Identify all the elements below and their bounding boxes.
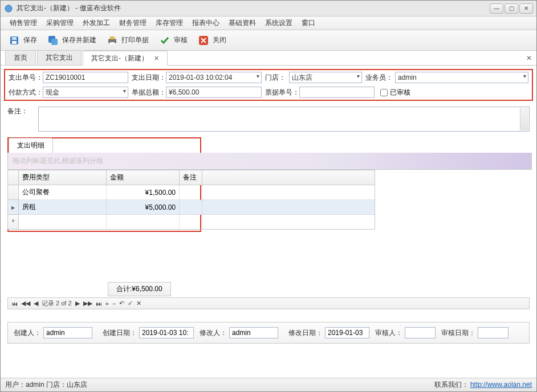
tab-home[interactable]: 首页: [5, 50, 36, 65]
toolbar: 保存 保存并新建 打印单据 审核 关闭: [1, 30, 536, 51]
creator-value: admin: [43, 327, 92, 338]
status-contact-label: 联系我们：: [434, 381, 469, 389]
close-button[interactable]: 关闭: [198, 35, 226, 46]
tab-other-expense[interactable]: 其它支出: [37, 50, 82, 65]
svg-point-0: [5, 5, 12, 12]
close-window-button[interactable]: ✕: [519, 3, 533, 14]
remarks-input[interactable]: [38, 107, 530, 132]
tab-other-expense-new[interactable]: 其它支出-（新建） ✕: [83, 51, 168, 66]
table-row[interactable]: 公司聚餐 ¥1,500.00: [8, 185, 375, 200]
window-title: 其它支出-（新建） - 傲蓝布业软件: [17, 3, 121, 13]
close-label: 关闭: [213, 35, 226, 45]
auditor-value: [405, 327, 436, 338]
svg-rect-2: [12, 37, 17, 40]
table-row[interactable]: ▸ 房租 ¥5,000.00: [8, 200, 375, 215]
label-modified: 修改日期：: [288, 328, 323, 338]
window-controls: — ▢ ✕: [490, 3, 533, 14]
label-receipt-no: 票据单号：: [265, 88, 299, 97]
menu-sales[interactable]: 销售管理: [6, 17, 40, 29]
detail-grid[interactable]: 费用类型 金额 备注 公司聚餐 ¥1,500.00: [7, 170, 375, 230]
nav-add[interactable]: +: [105, 300, 109, 307]
header-form: 支出单号： 支出日期： 门店： 业务员： 付款方式： 单据总额： 票据单号： 已…: [4, 69, 533, 101]
label-bill-date: 支出日期：: [132, 73, 166, 83]
label-auditor: 审核人：: [375, 328, 402, 338]
nav-prev-page[interactable]: ◀◀: [21, 300, 30, 307]
menu-window[interactable]: 窗口: [298, 17, 319, 29]
store-input[interactable]: [289, 72, 362, 83]
salesman-input[interactable]: [395, 72, 528, 83]
group-hint: 拖动列标题至此,根据该列分组: [7, 153, 532, 170]
label-pay-method: 付款方式：: [9, 88, 43, 97]
label-store: 门店：: [265, 73, 289, 83]
svg-rect-3: [12, 41, 17, 44]
tabs-overflow-close[interactable]: ✕: [526, 54, 532, 62]
total-value: 合计:¥6,500.00: [108, 282, 171, 296]
modified-value: 2019-01-03: [325, 327, 369, 338]
close-icon: [198, 35, 209, 46]
audited-checkbox-input[interactable]: [380, 89, 388, 96]
nav-cancel[interactable]: ✕: [136, 300, 141, 307]
col-type[interactable]: 费用类型: [19, 170, 107, 185]
audited-label: 已审核: [390, 88, 410, 97]
detail-redbox: 支出明细 拖动列标题至此,根据该列分组 费用类型 金额 备注: [7, 137, 201, 232]
svg-rect-7: [110, 36, 115, 39]
record-navigator: ⏮ ◀◀ ◀ 记录 2 of 2 ▶ ▶▶ ⏭ + − ↶ ✓ ✕: [7, 297, 530, 309]
bill-date-input[interactable]: [166, 72, 262, 83]
label-bill-no: 支出单号：: [9, 73, 43, 83]
label-created: 创建日期：: [103, 328, 137, 338]
nav-confirm[interactable]: ✓: [128, 300, 133, 307]
table-new-row[interactable]: *: [8, 215, 375, 230]
audit-button[interactable]: 审核: [159, 35, 188, 46]
print-label: 打印单据: [121, 35, 149, 45]
maximize-button[interactable]: ▢: [505, 3, 518, 14]
pay-method-input[interactable]: [43, 87, 128, 98]
col-amount[interactable]: 金额: [107, 170, 180, 185]
nav-next[interactable]: ▶: [75, 300, 80, 307]
nav-next-page[interactable]: ▶▶: [83, 300, 92, 307]
menu-system[interactable]: 系统设置: [262, 17, 296, 29]
document-tabs: 首页 其它支出 其它支出-（新建） ✕ ✕: [1, 51, 536, 66]
nav-record-label: 记录 2 of 2: [42, 299, 72, 308]
print-button[interactable]: 打印单据: [107, 35, 149, 46]
bill-no-input[interactable]: [43, 72, 128, 83]
audited-date-value: [478, 327, 508, 338]
menu-inventory[interactable]: 库存管理: [152, 17, 186, 29]
menubar: 销售管理 采购管理 外发加工 财务管理 库存管理 报表中心 基础资料 系统设置 …: [1, 17, 536, 30]
nav-prev[interactable]: ◀: [34, 300, 38, 307]
created-value: 2019-01-03 10:: [139, 327, 194, 338]
statusbar: 用户：admin 门店：山东店 联系我们： http://www.aolan.n…: [1, 378, 536, 391]
save-new-button[interactable]: 保存并新建: [47, 35, 96, 46]
nav-first[interactable]: ⏮: [11, 300, 18, 307]
menu-report[interactable]: 报表中心: [189, 17, 223, 29]
audited-checkbox[interactable]: 已审核: [380, 88, 410, 97]
save-new-label: 保存并新建: [62, 35, 96, 45]
col-remark[interactable]: 备注: [180, 170, 202, 185]
tab-close-icon[interactable]: ✕: [154, 55, 159, 62]
svg-rect-8: [110, 42, 115, 44]
save-icon: [9, 35, 20, 46]
label-audited-date: 审核日期：: [441, 328, 475, 338]
nav-undo[interactable]: ↶: [119, 300, 124, 307]
minimize-button[interactable]: —: [490, 3, 503, 14]
menu-finance[interactable]: 财务管理: [116, 17, 150, 29]
nav-last[interactable]: ⏭: [96, 300, 102, 307]
status-link[interactable]: http://www.aolan.net: [470, 381, 532, 389]
menu-outsource[interactable]: 外发加工: [79, 17, 113, 29]
receipt-no-input[interactable]: [299, 87, 375, 98]
audit-label: 审核: [174, 35, 188, 45]
footer-info: 创建人： admin 创建日期： 2019-01-03 10: 修改人： adm…: [7, 322, 530, 344]
save-button[interactable]: 保存: [9, 35, 37, 46]
status-left: 用户：admin 门店：山东店: [5, 380, 87, 390]
print-icon: [107, 35, 118, 46]
detail-tab-expense[interactable]: 支出明细: [9, 138, 53, 153]
menu-basic[interactable]: 基础资料: [225, 17, 259, 29]
svg-rect-5: [51, 39, 58, 45]
app-icon: [4, 4, 13, 13]
label-creator: 创建人：: [14, 328, 41, 338]
menu-purchase[interactable]: 采购管理: [43, 17, 77, 29]
total-input[interactable]: [166, 87, 262, 98]
remarks-row: 备注：: [4, 101, 533, 135]
save-new-icon: [47, 35, 59, 46]
modifier-value: admin: [229, 327, 278, 338]
nav-remove[interactable]: −: [112, 300, 116, 307]
